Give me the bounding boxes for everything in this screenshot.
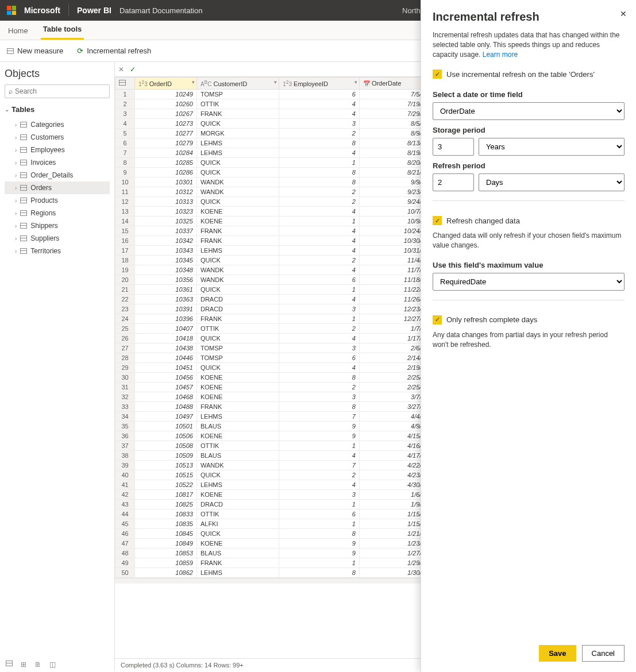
row-number[interactable]: 17 — [115, 246, 135, 256]
row-number[interactable]: 44 — [115, 509, 135, 519]
cell[interactable]: QUICK — [196, 168, 279, 177]
cell[interactable]: 10501 — [135, 422, 197, 431]
row-number[interactable]: 16 — [115, 236, 135, 246]
visual-query-icon[interactable]: ◫ — [49, 661, 56, 669]
cell[interactable]: 10853 — [135, 549, 197, 558]
cell[interactable]: OTTIK — [196, 441, 279, 451]
cell[interactable]: 4 — [279, 334, 360, 343]
incremental-refresh-button[interactable]: ⟳ Incremental refresh — [77, 47, 151, 55]
cell[interactable]: 4 — [279, 207, 360, 217]
cell[interactable]: 10849 — [135, 539, 197, 549]
use-incremental-checkbox[interactable]: ✓ Use incremental refresh on the table '… — [433, 69, 625, 79]
column-header-orderid[interactable]: 123 OrderID▾ — [135, 78, 197, 90]
cell[interactable]: KOENE — [196, 217, 279, 226]
cell[interactable]: QUICK — [196, 470, 279, 480]
row-number[interactable]: 8 — [115, 158, 135, 168]
row-number[interactable]: 34 — [115, 412, 135, 422]
row-number[interactable]: 45 — [115, 519, 135, 529]
row-number[interactable]: 36 — [115, 431, 135, 441]
row-number[interactable]: 19 — [115, 265, 135, 275]
cell[interactable]: FRANK — [196, 226, 279, 236]
cell[interactable]: 10284 — [135, 148, 197, 158]
cell[interactable]: 8 — [279, 373, 360, 383]
column-header-employeeid[interactable]: 123 EmployeeID▾ — [279, 78, 360, 90]
cell[interactable]: 2 — [279, 256, 360, 265]
cell[interactable]: 10249 — [135, 90, 197, 99]
commit-formula-icon[interactable]: ✓ — [130, 65, 136, 74]
cell[interactable]: WANDK — [196, 275, 279, 285]
cell[interactable]: 10825 — [135, 500, 197, 509]
cell[interactable]: 10323 — [135, 207, 197, 217]
row-number[interactable]: 12 — [115, 197, 135, 207]
storage-value-input[interactable] — [433, 138, 474, 156]
cell[interactable]: 10835 — [135, 519, 197, 529]
cell[interactable]: 1 — [279, 158, 360, 168]
cell[interactable]: 10391 — [135, 304, 197, 314]
cell[interactable]: 10446 — [135, 353, 197, 363]
cell[interactable]: 10451 — [135, 363, 197, 373]
model-view-icon[interactable]: ⊞ — [21, 661, 26, 669]
cell[interactable]: 8 — [279, 568, 360, 578]
close-icon[interactable]: ✕ — [620, 9, 627, 18]
row-number[interactable]: 39 — [115, 461, 135, 470]
cell[interactable]: KOENE — [196, 383, 279, 392]
row-number[interactable]: 31 — [115, 383, 135, 392]
storage-unit-select[interactable]: Years — [479, 138, 625, 156]
cell[interactable]: 10497 — [135, 412, 197, 422]
cell[interactable]: 9 — [279, 539, 360, 549]
sidebar-item-employees[interactable]: ›Employees — [5, 144, 110, 156]
sidebar-item-territories[interactable]: ›Territories — [5, 245, 110, 257]
cancel-formula-icon[interactable]: ✕ — [118, 65, 124, 74]
search-box[interactable]: ⌕ — [5, 84, 110, 98]
row-number[interactable]: 6 — [115, 138, 135, 148]
cell[interactable]: 10515 — [135, 470, 197, 480]
search-input[interactable] — [15, 87, 106, 95]
cell[interactable]: 10279 — [135, 138, 197, 148]
sidebar-item-invoices[interactable]: ›Invoices — [5, 156, 110, 169]
cell[interactable]: QUICK — [196, 334, 279, 343]
cell[interactable]: BLAUS — [196, 549, 279, 558]
refresh-changed-checkbox[interactable]: ✓ Refresh changed data — [433, 216, 625, 225]
cell[interactable]: 8 — [279, 529, 360, 539]
cell[interactable]: 4 — [279, 236, 360, 246]
cell[interactable]: KOENE — [196, 373, 279, 383]
row-number[interactable]: 47 — [115, 539, 135, 549]
cell[interactable]: 1 — [279, 285, 360, 295]
cell[interactable]: LEHMS — [196, 148, 279, 158]
row-number[interactable]: 43 — [115, 500, 135, 509]
row-number[interactable]: 25 — [115, 324, 135, 334]
cell[interactable]: DRACD — [196, 500, 279, 509]
cell[interactable]: 10817 — [135, 490, 197, 500]
sidebar-item-suppliers[interactable]: ›Suppliers — [5, 232, 110, 245]
row-number[interactable]: 32 — [115, 392, 135, 402]
cell[interactable]: MORGK — [196, 129, 279, 138]
row-number[interactable]: 18 — [115, 256, 135, 265]
cell[interactable]: LEHMS — [196, 138, 279, 148]
cell[interactable]: 9 — [279, 422, 360, 431]
cell[interactable]: LEHMS — [196, 568, 279, 578]
cell[interactable]: 10396 — [135, 314, 197, 324]
cell[interactable]: 10345 — [135, 256, 197, 265]
row-number[interactable]: 24 — [115, 314, 135, 324]
tab-table-tools[interactable]: Table tools — [41, 20, 84, 40]
cell[interactable]: DRACD — [196, 304, 279, 314]
row-number[interactable]: 4 — [115, 119, 135, 129]
cell[interactable]: 10407 — [135, 324, 197, 334]
max-field-select[interactable]: RequiredDate — [433, 273, 625, 291]
row-number[interactable]: 15 — [115, 226, 135, 236]
row-number[interactable]: 41 — [115, 480, 135, 490]
refresh-unit-select[interactable]: Days — [479, 173, 625, 191]
learn-more-link[interactable]: Learn more — [483, 51, 518, 59]
cell[interactable]: 10457 — [135, 383, 197, 392]
cell[interactable]: KOENE — [196, 392, 279, 402]
sidebar-item-categories[interactable]: ›Categories — [5, 118, 110, 131]
cell[interactable]: KOENE — [196, 431, 279, 441]
cell[interactable]: 3 — [279, 343, 360, 353]
cell[interactable]: LEHMS — [196, 480, 279, 490]
column-header-customerid[interactable]: ABC CustomerID▾ — [196, 78, 279, 90]
row-number[interactable]: 28 — [115, 353, 135, 363]
cell[interactable]: 4 — [279, 226, 360, 236]
cell[interactable]: 1 — [279, 217, 360, 226]
cell[interactable]: 10356 — [135, 275, 197, 285]
tables-header[interactable]: ⌄ Tables — [5, 105, 110, 114]
